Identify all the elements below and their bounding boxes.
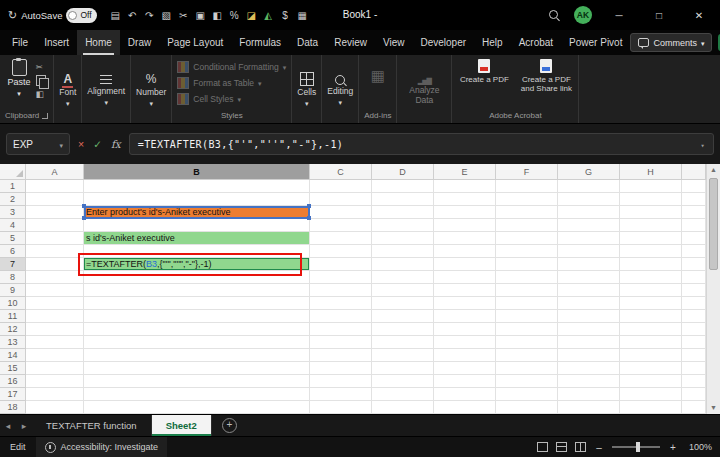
tab-view[interactable]: View bbox=[375, 30, 413, 55]
cell-E17[interactable] bbox=[434, 388, 496, 401]
enter-button[interactable]: ✓ bbox=[93, 138, 102, 150]
format-as-table-button[interactable]: Format as Table bbox=[177, 75, 286, 90]
column-header-F[interactable]: F bbox=[496, 164, 558, 180]
cell-E16[interactable] bbox=[434, 375, 496, 388]
row-header-8[interactable]: 8 bbox=[0, 271, 26, 284]
cell-H8[interactable] bbox=[620, 271, 682, 284]
cell-A1[interactable] bbox=[26, 180, 84, 193]
cancel-button[interactable]: × bbox=[78, 138, 84, 150]
cell-G9[interactable] bbox=[558, 284, 620, 297]
row-header-13[interactable]: 13 bbox=[0, 336, 26, 349]
format-painter-button[interactable] bbox=[36, 89, 46, 99]
cell-E15[interactable] bbox=[434, 362, 496, 375]
cell-C13[interactable] bbox=[310, 336, 372, 349]
cell-D9[interactable] bbox=[372, 284, 434, 297]
cell-H7[interactable] bbox=[620, 258, 682, 271]
cell-H10[interactable] bbox=[620, 297, 682, 310]
zoom-in-button[interactable]: + bbox=[668, 442, 678, 453]
cell-F1[interactable] bbox=[496, 180, 558, 193]
name-box[interactable]: EXP bbox=[6, 133, 70, 155]
zoom-slider-thumb[interactable] bbox=[636, 442, 640, 452]
fill-color-icon[interactable]: ◪ bbox=[243, 10, 260, 21]
cell-E13[interactable] bbox=[434, 336, 496, 349]
cut-icon[interactable]: ✂ bbox=[175, 10, 192, 21]
cell-C1[interactable] bbox=[310, 180, 372, 193]
page-break-preview-icon[interactable] bbox=[575, 442, 586, 452]
sheet-nav-right[interactable]: ▸ bbox=[16, 415, 32, 436]
redo-icon[interactable]: ↷ bbox=[141, 10, 158, 21]
cell-D17[interactable] bbox=[372, 388, 434, 401]
normal-view-icon[interactable] bbox=[537, 442, 548, 452]
tab-formulas[interactable]: Formulas bbox=[231, 30, 289, 55]
paste-button[interactable]: Paste bbox=[8, 59, 31, 99]
cell-E7[interactable] bbox=[434, 258, 496, 271]
cell-H5[interactable] bbox=[620, 232, 682, 245]
formula-bar-expand-icon[interactable] bbox=[700, 139, 705, 150]
page-layout-view-icon[interactable] bbox=[556, 442, 567, 452]
insert-function-button[interactable]: fx bbox=[111, 138, 121, 150]
create-pdf-share-button[interactable]: Create a PDF and Share link bbox=[519, 59, 573, 93]
scroll-up-icon[interactable]: ▲ bbox=[707, 164, 720, 176]
cell-D16[interactable] bbox=[372, 375, 434, 388]
cell-A3[interactable] bbox=[26, 206, 84, 219]
row-header-15[interactable]: 15 bbox=[0, 362, 26, 375]
autosave-toggle[interactable]: AutoSave Off bbox=[8, 8, 97, 23]
cell-A8[interactable] bbox=[26, 271, 84, 284]
cell-D6[interactable] bbox=[372, 245, 434, 258]
format-painter-icon[interactable]: ◧ bbox=[209, 10, 226, 21]
row-header-5[interactable]: 5 bbox=[0, 232, 26, 245]
cell-G6[interactable] bbox=[558, 245, 620, 258]
cell-F17[interactable] bbox=[496, 388, 558, 401]
cell-E18[interactable] bbox=[434, 401, 496, 414]
add-sheet-button[interactable]: + bbox=[222, 418, 237, 433]
addins-button[interactable] bbox=[371, 67, 385, 85]
cell-C16[interactable] bbox=[310, 375, 372, 388]
cell-D15[interactable] bbox=[372, 362, 434, 375]
cell-A5[interactable] bbox=[26, 232, 84, 245]
cell-G13[interactable] bbox=[558, 336, 620, 349]
number-button[interactable]: Number bbox=[136, 72, 166, 108]
tab-review[interactable]: Review bbox=[326, 30, 375, 55]
cell-D3[interactable] bbox=[372, 206, 434, 219]
row-header-11[interactable]: 11 bbox=[0, 310, 26, 323]
cell-F10[interactable] bbox=[496, 297, 558, 310]
tab-page-layout[interactable]: Page Layout bbox=[159, 30, 231, 55]
cell-E2[interactable] bbox=[434, 193, 496, 206]
row-header-14[interactable]: 14 bbox=[0, 349, 26, 362]
cell-E10[interactable] bbox=[434, 297, 496, 310]
row-header-2[interactable]: 2 bbox=[0, 193, 26, 206]
cell-D1[interactable] bbox=[372, 180, 434, 193]
cell-A7[interactable] bbox=[26, 258, 84, 271]
cell-styles-button[interactable]: Cell Styles bbox=[177, 91, 286, 106]
cell-B15[interactable] bbox=[84, 362, 310, 375]
cell-C12[interactable] bbox=[310, 323, 372, 336]
cell-C8[interactable] bbox=[310, 271, 372, 284]
copy-button[interactable] bbox=[36, 75, 46, 86]
cell-F3[interactable] bbox=[496, 206, 558, 219]
tab-data[interactable]: Data bbox=[289, 30, 326, 55]
cell-H13[interactable] bbox=[620, 336, 682, 349]
row-header-4[interactable]: 4 bbox=[0, 219, 26, 232]
tab-power-pivot[interactable]: Power Pivot bbox=[561, 30, 630, 55]
cell-F7[interactable] bbox=[496, 258, 558, 271]
tab-acrobat[interactable]: Acrobat bbox=[511, 30, 561, 55]
cell-F4[interactable] bbox=[496, 219, 558, 232]
cell-H2[interactable] bbox=[620, 193, 682, 206]
cell-A17[interactable] bbox=[26, 388, 84, 401]
cell-B11[interactable] bbox=[84, 310, 310, 323]
cell-G11[interactable] bbox=[558, 310, 620, 323]
cell-A6[interactable] bbox=[26, 245, 84, 258]
cell-G1[interactable] bbox=[558, 180, 620, 193]
cell-F6[interactable] bbox=[496, 245, 558, 258]
cell-D13[interactable] bbox=[372, 336, 434, 349]
editing-button[interactable]: Editing bbox=[327, 73, 353, 107]
cell-A13[interactable] bbox=[26, 336, 84, 349]
cell-E4[interactable] bbox=[434, 219, 496, 232]
scrollbar-thumb[interactable] bbox=[709, 178, 718, 270]
cell-A15[interactable] bbox=[26, 362, 84, 375]
cell-F11[interactable] bbox=[496, 310, 558, 323]
cell-D14[interactable] bbox=[372, 349, 434, 362]
column-header-B[interactable]: B bbox=[84, 164, 310, 180]
percent-style-icon[interactable]: % bbox=[226, 10, 243, 21]
undo-icon[interactable]: ↶ bbox=[124, 10, 141, 21]
